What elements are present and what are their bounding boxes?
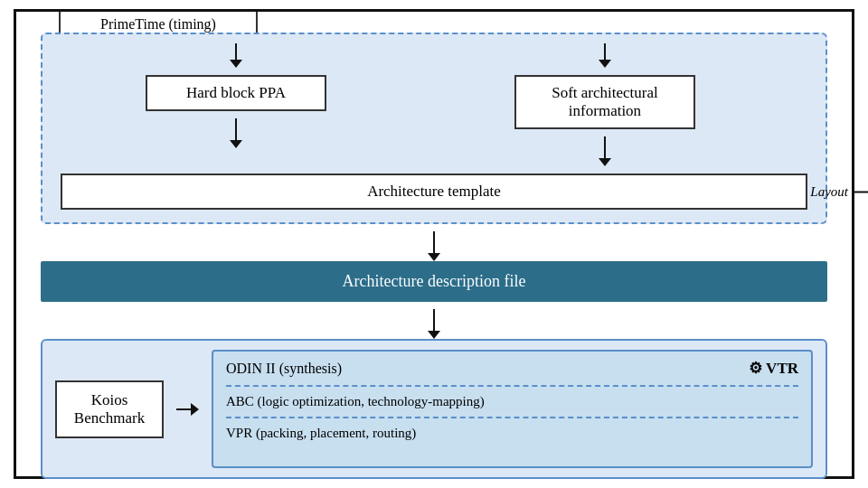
arch-template-row: Architecture template Layout: [61, 174, 807, 210]
vtr-divider-1: [226, 385, 798, 387]
vtr-header: ODIN II (synthesis) ⚙ VTR: [226, 359, 798, 378]
hard-block-ppa-box: Hard block PPA: [146, 75, 326, 111]
arrow-below-hard-block: [230, 118, 242, 148]
arch-template-box: Architecture template: [61, 174, 807, 210]
hard-block-ppa-label: Hard block PPA: [186, 84, 286, 101]
vtr-logo: ⚙ VTR: [749, 359, 798, 378]
soft-arch-label: Soft architectural: [552, 84, 658, 101]
odin-label: ODIN II (synthesis): [226, 361, 342, 377]
soft-arch-box: Soft architectural information: [514, 75, 695, 129]
abc-label: ABC (logic optimization, technology-mapp…: [226, 390, 798, 413]
soft-arch-line2: information: [569, 102, 641, 119]
left-column: Hard block PPA: [61, 43, 411, 148]
layout-arrow: [854, 185, 868, 198]
top-row: Hard block PPA Soft architectural inform…: [61, 43, 807, 166]
vtr-region: ODIN II (synthesis) ⚙ VTR ABC (logic opt…: [212, 350, 813, 468]
koios-label: KoiosBenchmark: [74, 391, 145, 427]
top-dashed-region: Hard block PPA Soft architectural inform…: [41, 33, 827, 224]
arrow-to-soft-arch: [599, 43, 611, 68]
arrow-to-hard-block: [230, 43, 242, 68]
koios-to-vtr-arrow: [176, 403, 199, 416]
vtr-divider-2: [226, 417, 798, 418]
layout-arrow-group: Layout: [810, 184, 868, 200]
layout-arrow-line: [854, 191, 868, 192]
bottom-region: KoiosBenchmark ODIN II (synthesis) ⚙ VTR…: [41, 339, 827, 479]
right-column: Soft architectural information: [429, 43, 807, 166]
arch-template-label: Architecture template: [367, 183, 501, 200]
arrow-below-soft-arch: [599, 136, 611, 166]
layout-label: Layout: [810, 184, 848, 200]
koios-benchmark-box: KoiosBenchmark: [55, 380, 164, 438]
vpr-label: VPR (packing, placement, routing): [226, 422, 798, 445]
